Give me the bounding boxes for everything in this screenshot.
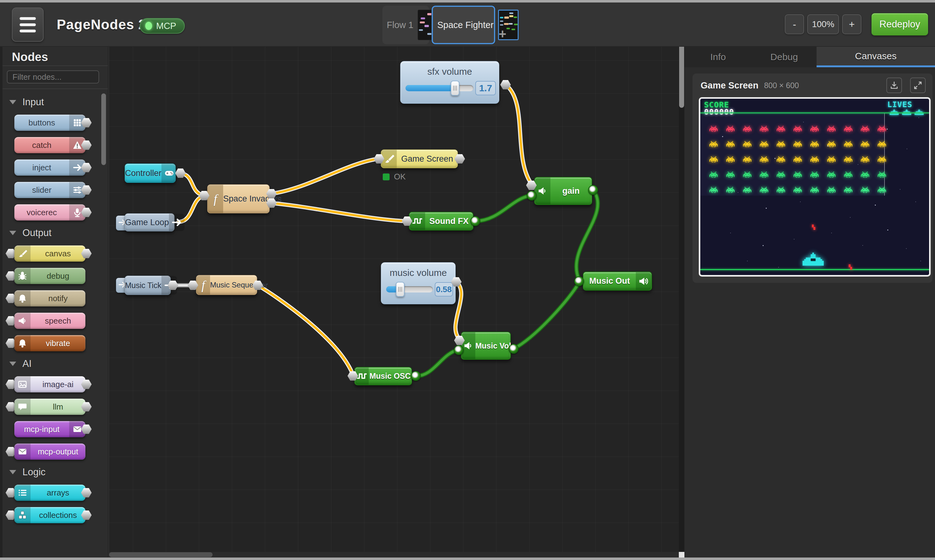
hamburger-menu-button[interactable] bbox=[12, 8, 44, 42]
node-sound-fx[interactable]: Sound FX bbox=[409, 212, 474, 231]
palette-item-canvas[interactable]: canvas bbox=[3, 245, 108, 262]
node-music-tick[interactable]: Music Tick bbox=[125, 275, 171, 295]
thumb-node bbox=[504, 17, 509, 19]
flow-tab-space-fighter[interactable]: Space Fighter bbox=[432, 6, 495, 44]
thumb-node bbox=[506, 28, 510, 29]
star bbox=[900, 189, 900, 190]
invader-sprite bbox=[793, 156, 802, 163]
star bbox=[827, 145, 829, 146]
music-volume-slider[interactable] bbox=[386, 286, 433, 292]
audio-port-sound-fx-out[interactable] bbox=[470, 216, 480, 226]
flow-canvas[interactable]: Controller Game Loop f Space Invaders Ga… bbox=[109, 47, 684, 557]
star bbox=[775, 158, 775, 159]
filter-nodes-input[interactable] bbox=[7, 71, 99, 83]
slider-knob[interactable] bbox=[451, 81, 460, 95]
invader-sprite bbox=[793, 187, 802, 193]
palette-item-image-ai[interactable]: image-ai bbox=[3, 376, 108, 392]
palette-item-mcp-input[interactable]: mcp-input bbox=[3, 421, 108, 437]
thumb-node bbox=[419, 29, 423, 31]
palette-item-speech[interactable]: speech bbox=[3, 313, 108, 329]
scrollbar-thumb[interactable] bbox=[679, 47, 684, 108]
canvas-resize-corner[interactable] bbox=[679, 552, 684, 557]
mcp-status-dot bbox=[145, 22, 152, 30]
node-game-screen[interactable]: Game Screen bbox=[381, 149, 458, 168]
projectile bbox=[849, 265, 852, 270]
invader-sprite bbox=[844, 187, 852, 193]
scrollbar-thumb[interactable] bbox=[109, 552, 213, 557]
zoom-level-indicator[interactable]: 100% bbox=[807, 14, 839, 34]
canvas-vertical-scrollbar[interactable] bbox=[679, 47, 684, 552]
node-music-sequencer[interactable]: f Music Sequencer bbox=[196, 275, 257, 295]
palette-list: InputbuttonscatchinjectslidervoicerecOut… bbox=[3, 90, 108, 557]
header-bar: PageNodes 2 MCP Flow 1 Space Fighter + -… bbox=[0, 3, 935, 47]
palette-item-buttons[interactable]: buttons bbox=[3, 115, 108, 131]
node-gain[interactable]: gain bbox=[534, 177, 592, 205]
audio-port-gain-out[interactable] bbox=[588, 185, 598, 195]
expand-button[interactable] bbox=[910, 78, 926, 93]
node-controller[interactable]: Controller bbox=[125, 163, 176, 183]
download-button[interactable] bbox=[886, 78, 902, 93]
palette-item-inject[interactable]: inject bbox=[3, 160, 108, 176]
palette-item-mcp-output[interactable]: mcp-output bbox=[3, 443, 108, 460]
window-bottom-strip bbox=[0, 557, 935, 560]
node-music-osc[interactable]: Music OSC bbox=[354, 367, 412, 385]
thumb-node bbox=[500, 24, 503, 26]
tab-debug[interactable]: Debug bbox=[752, 47, 816, 67]
thumb-node bbox=[509, 23, 513, 25]
invader-sprite bbox=[878, 187, 886, 193]
slider-knob[interactable] bbox=[396, 282, 404, 297]
audio-port-music-vol-in[interactable] bbox=[454, 345, 464, 355]
node-sfx-volume[interactable]: sfx volume 1.7 bbox=[400, 61, 499, 104]
yellow-wires bbox=[178, 85, 531, 374]
redeploy-button[interactable]: Redeploy bbox=[872, 13, 928, 35]
invader-sprite bbox=[726, 126, 734, 132]
invader-sprite bbox=[827, 126, 836, 132]
node-music-volume[interactable]: music volume 0.58 bbox=[381, 262, 456, 304]
zoom-in-button[interactable]: + bbox=[842, 14, 861, 34]
hud-divider-line bbox=[700, 112, 929, 113]
palette-item-catch[interactable]: catch bbox=[3, 137, 108, 153]
flow-tab-flow-1[interactable]: Flow 1 bbox=[383, 6, 429, 44]
node-music-vol[interactable]: Music Vol bbox=[461, 332, 511, 360]
lives-ships bbox=[889, 109, 924, 115]
canvas-horizontal-scrollbar[interactable] bbox=[109, 552, 679, 557]
palette-item-notify[interactable]: notify bbox=[3, 290, 108, 306]
audio-port-music-out-in[interactable] bbox=[574, 276, 584, 286]
sfx-volume-slider[interactable] bbox=[406, 85, 474, 91]
star bbox=[858, 164, 858, 165]
node-music-out[interactable]: Music Out bbox=[583, 272, 652, 291]
sidebar-scrollbar[interactable] bbox=[101, 94, 106, 165]
add-flow-button[interactable]: + bbox=[499, 28, 506, 40]
node-space-invaders[interactable]: f Space Invaders bbox=[207, 185, 270, 213]
thumb-node bbox=[514, 17, 517, 18]
star bbox=[738, 192, 738, 193]
palette-item-arrays[interactable]: arrays bbox=[3, 485, 108, 501]
category-header-input[interactable]: Input bbox=[9, 97, 108, 108]
zoom-out-button[interactable]: - bbox=[785, 14, 804, 34]
sidebar-title: Nodes bbox=[12, 51, 48, 64]
palette-item-collections[interactable]: collections bbox=[3, 507, 108, 523]
gamepad-icon bbox=[162, 164, 177, 183]
tab-info[interactable]: Info bbox=[684, 47, 752, 67]
palette-item-vibrate[interactable]: vibrate bbox=[3, 335, 108, 351]
thumb-node bbox=[514, 24, 518, 25]
mcp-status-badge: MCP bbox=[140, 18, 185, 34]
category-header-ai[interactable]: AI bbox=[9, 358, 108, 369]
node-game-loop[interactable]: Game Loop bbox=[125, 213, 174, 231]
invader-sprite bbox=[878, 172, 886, 178]
category-header-output[interactable]: Output bbox=[9, 228, 108, 238]
star bbox=[907, 149, 907, 149]
palette-item-debug[interactable]: debug bbox=[3, 268, 108, 284]
star bbox=[747, 261, 748, 261]
audio-port-music-vol-out[interactable] bbox=[509, 344, 518, 354]
palette-item-voicerec[interactable]: voicerec bbox=[3, 204, 108, 220]
palette-item-llm[interactable]: llm bbox=[3, 398, 108, 415]
status-ok-dot bbox=[383, 174, 390, 180]
invader-sprite bbox=[726, 172, 734, 178]
audio-port-gain-in[interactable] bbox=[527, 191, 537, 201]
palette-item-slider[interactable]: slider bbox=[3, 182, 108, 198]
audio-port-music-osc-out[interactable] bbox=[411, 371, 421, 381]
mcp-label: MCP bbox=[156, 21, 176, 31]
category-header-logic[interactable]: Logic bbox=[9, 466, 108, 478]
tab-canvases[interactable]: Canvases bbox=[816, 47, 935, 67]
